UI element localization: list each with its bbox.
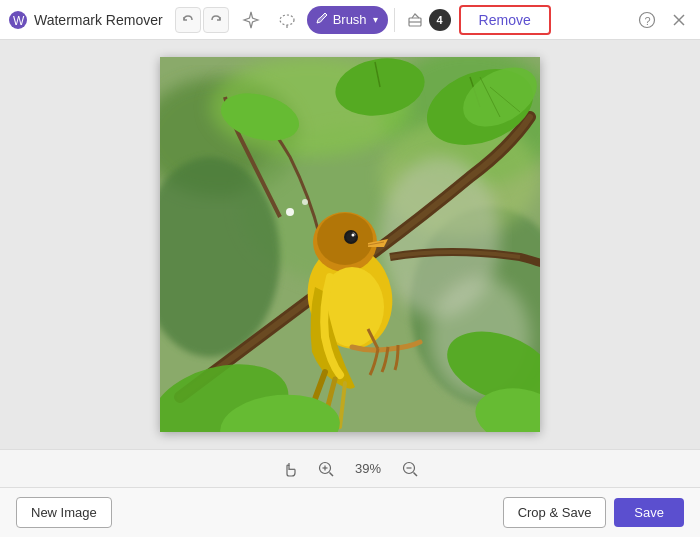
nav-buttons (175, 7, 229, 33)
zoom-in-button[interactable] (314, 457, 338, 481)
eraser-tool-button[interactable] (401, 6, 429, 34)
redo-button[interactable] (203, 7, 229, 33)
svg-point-2 (280, 15, 294, 25)
canvas-area (0, 40, 700, 449)
zoom-bar: 39% (0, 449, 700, 487)
image-container[interactable] (160, 57, 540, 432)
save-button[interactable]: Save (614, 498, 684, 527)
svg-point-39 (286, 208, 294, 216)
bird-image (160, 57, 540, 432)
zoom-out-button[interactable] (398, 457, 422, 481)
footer-bar: New Image Crop & Save Save (0, 487, 700, 537)
magic-tool-button[interactable] (237, 6, 265, 34)
zoom-level: 39% (350, 461, 386, 476)
brush-size-badge[interactable]: 4 (429, 9, 451, 31)
brush-icon (315, 11, 329, 28)
title-bar: W Watermark Remover (0, 0, 700, 40)
brush-button[interactable]: Brush ▾ (307, 6, 388, 34)
hand-tool-button[interactable] (278, 457, 302, 481)
svg-text:?: ? (645, 14, 651, 26)
brush-label: Brush (333, 12, 367, 27)
lasso-tool-button[interactable] (273, 6, 301, 34)
svg-point-33 (352, 234, 355, 237)
svg-point-40 (302, 199, 308, 205)
help-button[interactable]: ? (634, 7, 660, 33)
close-button[interactable] (666, 7, 692, 33)
brush-chevron: ▾ (373, 14, 378, 25)
svg-line-47 (330, 472, 334, 476)
remove-button[interactable]: Remove (459, 5, 551, 35)
toolbar-divider (394, 8, 395, 32)
app-title: Watermark Remover (34, 12, 163, 28)
tool-icons (237, 6, 301, 34)
crop-save-button[interactable]: Crop & Save (503, 497, 607, 528)
svg-text:W: W (13, 14, 25, 28)
window-controls: ? (634, 7, 692, 33)
new-image-button[interactable]: New Image (16, 497, 112, 528)
svg-point-32 (346, 232, 356, 242)
undo-button[interactable] (175, 7, 201, 33)
app-icon: W (8, 10, 28, 30)
svg-line-50 (414, 472, 418, 476)
